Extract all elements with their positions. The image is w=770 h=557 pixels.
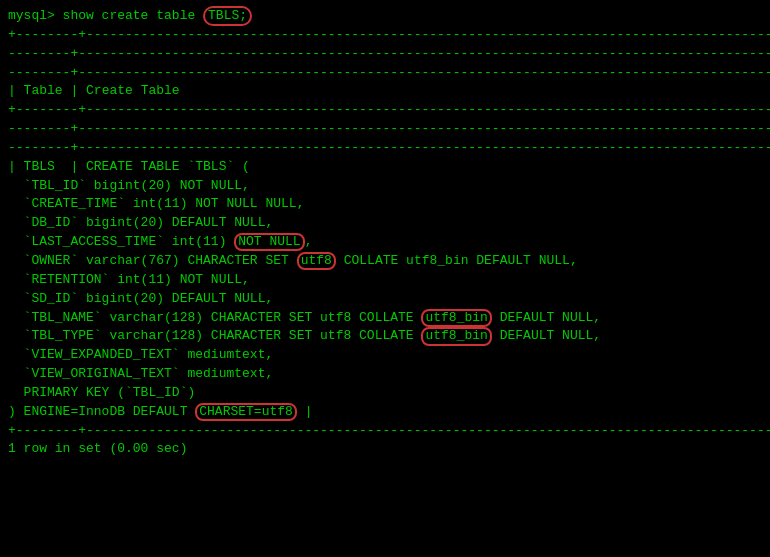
separator-mid-2: +--------+------------------------------… — [8, 101, 762, 120]
separator-bottom-1: +--------+------------------------------… — [8, 422, 762, 441]
charset-highlight: CHARSET=utf8 — [195, 403, 297, 421]
data-row-13: ) ENGINE=InnoDB DEFAULT CHARSET=utf8 | — [8, 403, 762, 422]
separator-top-1: +--------+------------------------------… — [8, 26, 762, 45]
command-line: mysql> show create table TBLS; — [8, 6, 762, 26]
separator-top-3: --------+-------------------------------… — [8, 64, 762, 83]
terminal-window: mysql> show create table TBLS; +--------… — [0, 0, 770, 557]
data-row-1: `TBL_ID` bigint(20) NOT NULL, — [8, 177, 762, 196]
data-row-4: `LAST_ACCESS_TIME` int(11) NOT NULL, — [8, 233, 762, 252]
data-row-0: | TBLS | CREATE TABLE `TBLS` ( — [8, 158, 762, 177]
data-row-6: `RETENTION` int(11) NOT NULL, — [8, 271, 762, 290]
data-row-11: `VIEW_ORIGINAL_TEXT` mediumtext, — [8, 365, 762, 384]
data-row-5: `OWNER` varchar(767) CHARACTER SET utf8 … — [8, 252, 762, 271]
data-row-12: PRIMARY KEY (`TBL_ID`) — [8, 384, 762, 403]
separator-mid-3: --------+-------------------------------… — [8, 120, 762, 139]
data-row-8: `TBL_NAME` varchar(128) CHARACTER SET ut… — [8, 309, 762, 328]
utf8-bin-highlight-1: utf8_bin — [421, 309, 491, 327]
table-name-highlight: TBLS; — [203, 6, 252, 26]
separator-mid-4: --------+-------------------------------… — [8, 139, 762, 158]
prompt: mysql> show create table — [8, 8, 203, 23]
utf8-bin-highlight-2: utf8_bin — [421, 327, 491, 345]
data-row-3: `DB_ID` bigint(20) DEFAULT NULL, — [8, 214, 762, 233]
data-row-7: `SD_ID` bigint(20) DEFAULT NULL, — [8, 290, 762, 309]
result-count: 1 row in set (0.00 sec) — [8, 440, 762, 459]
col-table: Table — [24, 83, 63, 98]
table-header: | Table | Create Table — [8, 82, 762, 101]
not-null-highlight-1: NOT NULL — [234, 233, 304, 251]
separator-top-2: --------+-------------------------------… — [8, 45, 762, 64]
utf8-highlight-1: utf8 — [297, 252, 336, 270]
data-row-2: `CREATE_TIME` int(11) NOT NULL NULL, — [8, 195, 762, 214]
data-row-10: `VIEW_EXPANDED_TEXT` mediumtext, — [8, 346, 762, 365]
data-row-9: `TBL_TYPE` varchar(128) CHARACTER SET ut… — [8, 327, 762, 346]
